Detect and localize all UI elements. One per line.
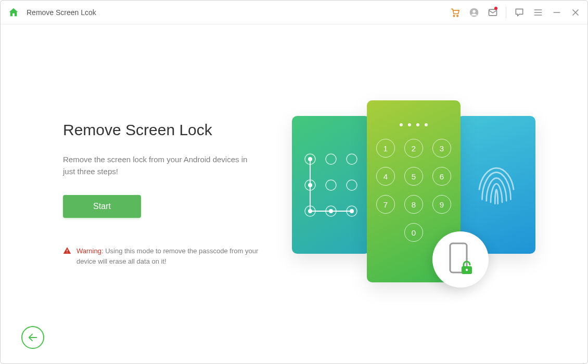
keypad-key: 2 [404, 139, 423, 158]
main-content: Remove Screen Lock Remove the screen loc… [1, 24, 587, 363]
main-heading: Remove Screen Lock [63, 121, 266, 139]
back-button[interactable] [21, 326, 44, 349]
menu-icon[interactable] [532, 7, 544, 18]
pattern-icon [300, 149, 362, 222]
warning-icon [63, 246, 71, 258]
keypad-key: 6 [432, 167, 451, 186]
keypad: 1 2 3 4 5 6 7 8 9 0 [376, 139, 451, 242]
arrow-left-icon [27, 332, 39, 343]
phone-unlock-icon [446, 241, 475, 278]
user-icon[interactable] [468, 7, 480, 18]
feedback-icon[interactable] [514, 7, 525, 18]
close-button[interactable] [570, 7, 581, 18]
svg-point-12 [326, 154, 336, 164]
minimize-button[interactable] [551, 7, 563, 18]
page-title: Remove Screen Lcok [27, 8, 96, 17]
warning-body: Using this mode to remove the passcode f… [76, 247, 258, 265]
warning-label: Warning: [76, 247, 104, 255]
warning-row: Warning: Using this mode to remove the p… [63, 246, 266, 267]
titlebar-right [450, 7, 581, 18]
svg-point-15 [326, 180, 336, 190]
app-window: Remove Screen Lcok [0, 0, 588, 364]
svg-point-13 [347, 154, 357, 164]
svg-point-16 [347, 180, 357, 190]
left-column: Remove Screen Lock Remove the screen loc… [63, 121, 266, 267]
keypad-key: 0 [404, 223, 423, 242]
notification-dot [494, 7, 497, 10]
titlebar-left: Remove Screen Lcok [8, 7, 96, 18]
keypad-key: 4 [376, 167, 395, 186]
main-description: Remove the screen lock from your Android… [63, 153, 261, 178]
svg-point-3 [472, 10, 476, 13]
device-unlock-badge [432, 231, 489, 288]
keypad-key: 1 [376, 139, 395, 158]
warning-text: Warning: Using this mode to remove the p… [76, 246, 266, 267]
titlebar: Remove Screen Lcok [1, 1, 587, 24]
keypad-key: 8 [404, 195, 423, 214]
home-icon[interactable] [8, 7, 19, 18]
illustration: 1 2 3 4 5 6 7 8 9 0 [287, 100, 541, 288]
fingerprint-icon [473, 157, 520, 214]
svg-point-20 [308, 157, 312, 161]
svg-point-1 [457, 15, 458, 16]
svg-point-24 [350, 209, 354, 213]
pattern-card [292, 116, 370, 254]
pin-dots [400, 123, 428, 126]
svg-point-27 [466, 269, 468, 271]
keypad-key: 7 [376, 195, 395, 214]
svg-point-0 [453, 15, 455, 16]
keypad-key: 5 [404, 167, 423, 186]
svg-point-22 [308, 209, 312, 213]
start-button[interactable]: Start [63, 195, 141, 218]
svg-point-21 [308, 183, 312, 187]
mail-icon[interactable] [487, 7, 498, 18]
svg-point-23 [329, 209, 333, 213]
cart-icon[interactable] [450, 7, 461, 18]
titlebar-divider [506, 7, 506, 18]
keypad-key: 9 [432, 195, 451, 214]
keypad-key: 3 [432, 139, 451, 158]
